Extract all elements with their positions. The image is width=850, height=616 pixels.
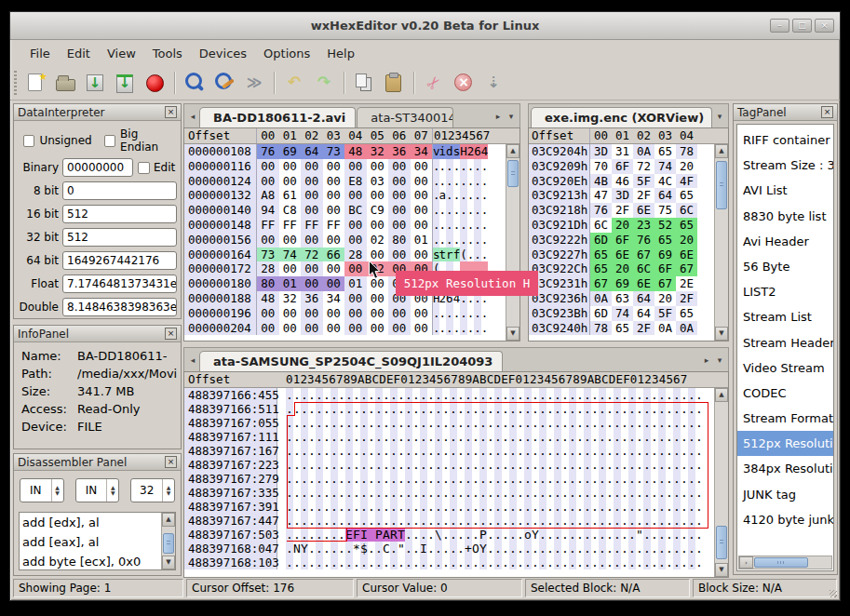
text-char[interactable]: . [450, 500, 457, 514]
hex-byte[interactable]: 00 [344, 233, 367, 248]
text-char[interactable]: . [479, 556, 487, 569]
text-char[interactable]: . [479, 458, 487, 472]
text-char[interactable]: . [360, 444, 368, 458]
text-char[interactable]: . [614, 402, 621, 416]
text-char[interactable]: . [481, 218, 489, 233]
hex-byte[interactable]: 6C [590, 218, 612, 233]
text-char[interactable]: . [353, 486, 360, 500]
text-char[interactable]: . [301, 458, 308, 472]
text-char[interactable]: . [368, 458, 375, 472]
text-char[interactable]: N [293, 542, 301, 556]
text-char[interactable]: . [331, 486, 338, 500]
text-char[interactable]: . [420, 472, 427, 486]
hex-byte[interactable]: 69 [654, 248, 676, 262]
text-char[interactable]: . [614, 556, 621, 569]
hex-byte[interactable]: 76 [590, 203, 612, 218]
text-char[interactable]: . [331, 444, 338, 458]
hex-byte[interactable]: 28 [257, 261, 279, 276]
text-char[interactable]: . [599, 416, 606, 430]
text-char[interactable]: . [509, 542, 517, 556]
hex-byte[interactable]: 00 [388, 174, 411, 189]
text-char[interactable]: . [584, 528, 591, 542]
text-char[interactable]: . [412, 472, 420, 486]
offset-cell[interactable]: 000000156 [184, 233, 257, 248]
text-char[interactable]: . [502, 430, 509, 444]
text-char[interactable]: . [658, 500, 666, 514]
text-char[interactable]: . [345, 500, 353, 514]
text-char[interactable]: . [666, 486, 673, 500]
text-char[interactable]: . [398, 486, 405, 500]
text-char[interactable]: . [532, 500, 539, 514]
text-char[interactable]: . [539, 416, 546, 430]
text-char[interactable]: * [353, 542, 360, 556]
text-char[interactable]: . [442, 514, 450, 528]
text-char[interactable]: . [614, 458, 621, 472]
hex-byte[interactable]: 00 [344, 188, 367, 203]
hex-byte[interactable]: 00 [367, 218, 389, 233]
text-char[interactable]: . [368, 388, 375, 402]
text-char[interactable]: . [465, 416, 472, 430]
text-char[interactable]: . [651, 430, 658, 444]
hex-byte[interactable]: 01 [411, 233, 433, 248]
text-char[interactable]: . [338, 458, 345, 472]
hex-byte[interactable]: 00 [301, 188, 323, 203]
tag-item[interactable]: Video Stream [737, 355, 833, 381]
text-char[interactable]: . [481, 321, 489, 336]
menu-item-edit[interactable]: Edit [59, 43, 99, 64]
text-char[interactable]: . [666, 388, 673, 402]
text-char[interactable]: . [442, 500, 450, 514]
text-char[interactable]: . [487, 472, 494, 486]
text-char[interactable]: . [338, 416, 345, 430]
text-char[interactable]: . [368, 556, 375, 569]
text-char[interactable]: . [621, 528, 628, 542]
text-char[interactable]: . [584, 402, 591, 416]
text-char[interactable]: . [453, 203, 461, 218]
text-char[interactable]: . [554, 444, 561, 458]
text-char[interactable]: . [338, 528, 345, 542]
text-char[interactable]: . [673, 472, 681, 486]
text-char[interactable]: . [591, 486, 599, 500]
text-char[interactable]: . [673, 486, 681, 500]
text-char[interactable]: . [606, 430, 614, 444]
scroll-up-icon[interactable]: ▲ [506, 144, 519, 158]
text-char[interactable]: . [532, 388, 539, 402]
text-char[interactable]: . [546, 472, 554, 486]
text-char[interactable]: . [390, 430, 398, 444]
text-char[interactable]: . [323, 542, 331, 556]
text-char[interactable]: . [569, 528, 576, 542]
text-char[interactable]: . [688, 416, 695, 430]
text-char[interactable]: . [614, 444, 621, 458]
text-char[interactable]: . [286, 402, 293, 416]
text-char[interactable]: . [554, 486, 561, 500]
text-char[interactable]: C [383, 542, 390, 556]
hex-byte[interactable]: 00 [367, 248, 389, 262]
text-char[interactable]: . [375, 556, 383, 569]
text-char[interactable]: . [345, 556, 353, 569]
text-char[interactable]: o [524, 528, 532, 542]
text-char[interactable]: . [561, 402, 569, 416]
text-char[interactable]: . [546, 542, 554, 556]
text-char[interactable]: . [338, 542, 345, 556]
text-char[interactable]: . [621, 388, 628, 402]
text-char[interactable]: . [390, 402, 398, 416]
scrollbar-thumb[interactable] [716, 526, 727, 559]
tag-item[interactable]: CODEC [737, 381, 833, 406]
text-char[interactable]: . [450, 388, 457, 402]
text-char[interactable]: . [345, 542, 353, 556]
close-icon[interactable]: × [815, 19, 834, 33]
hex-byte[interactable]: 5F [654, 306, 676, 321]
hex-byte[interactable]: 00 [388, 248, 411, 262]
hex-byte[interactable]: 00 [257, 306, 279, 321]
offset-cell[interactable]: 03C920Eh [529, 174, 590, 189]
hex-byte[interactable]: 4B [590, 174, 612, 189]
text-char[interactable]: . [509, 458, 517, 472]
text-char[interactable]: . [614, 500, 621, 514]
text-char[interactable]: . [606, 528, 614, 542]
resize-grip[interactable] [830, 590, 837, 597]
text-char[interactable]: F [353, 528, 360, 542]
hex-byte[interactable]: 0A [633, 144, 654, 159]
text-char[interactable]: . [398, 500, 405, 514]
text-char[interactable]: . [591, 514, 599, 528]
text-char[interactable]: . [561, 472, 569, 486]
tag-item[interactable]: Stream Size : 3 [737, 153, 833, 178]
